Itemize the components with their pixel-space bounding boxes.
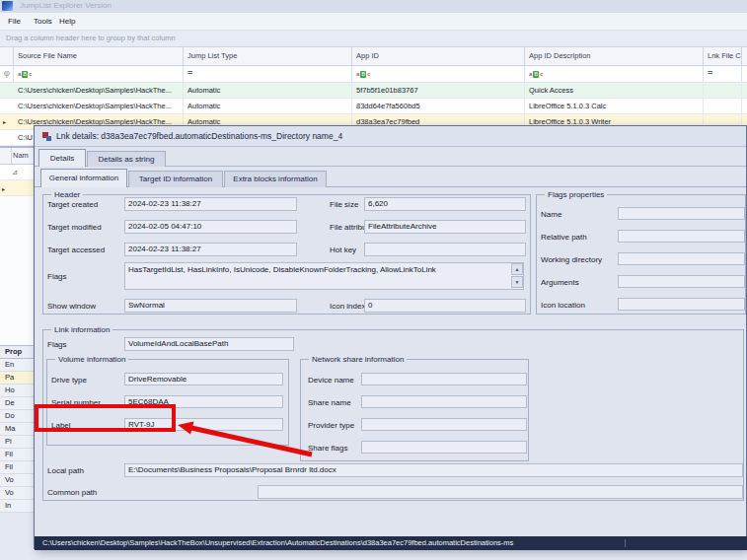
filter-equals-icon: = bbox=[708, 68, 712, 78]
field-label: Flags bbox=[47, 272, 67, 282]
field-label: Share name bbox=[308, 398, 351, 408]
filter-abc-icon: aBc bbox=[529, 70, 543, 78]
scroll-up-icon: ▲ bbox=[515, 266, 520, 272]
column-header-source-file-name[interactable]: Source File Name bbox=[14, 47, 184, 65]
icon-location-field[interactable] bbox=[618, 298, 745, 311]
main-titlebar[interactable]: JumpList Explorer Version bbox=[0, 0, 747, 13]
target-modified-field[interactable]: 2024-02-05 04:47:10 bbox=[124, 220, 297, 234]
cell-description: LibreOffice 5.1.0.3 Calc bbox=[525, 99, 704, 113]
cell-type: Automatic bbox=[184, 99, 352, 113]
header-flags-field[interactable]: HasTargetIdList, HasLinkInfo, IsUnicode,… bbox=[124, 262, 524, 290]
filter-row-indicator-cell: φ bbox=[0, 66, 14, 82]
menubar: File Tools Help bbox=[0, 13, 747, 31]
selected-row-marker-icon: ▸ bbox=[3, 118, 6, 125]
status-bar-path: C:\Users\chicken\Desktop\Samples\HackThe… bbox=[42, 537, 625, 549]
table-row[interactable]: C:\Users\chicken\Desktop\Samples\HackThe… bbox=[0, 83, 747, 99]
filter-cell-app-id[interactable]: aBc bbox=[352, 66, 525, 82]
field-label: Target modified bbox=[47, 223, 102, 233]
tab-extra-blocks-information[interactable]: Extra blocks information bbox=[224, 171, 327, 187]
group-caption: Flags properties bbox=[545, 190, 607, 199]
menu-tools[interactable]: Tools bbox=[32, 13, 54, 31]
device-name-field[interactable] bbox=[361, 373, 527, 385]
field-label: Drive type bbox=[51, 376, 87, 385]
selected-row-marker-icon: ▸ bbox=[2, 185, 5, 192]
drive-type-field[interactable]: DriveRemovable bbox=[124, 373, 283, 385]
tab-details[interactable]: Details bbox=[38, 149, 86, 167]
menu-file[interactable]: File bbox=[6, 13, 23, 31]
filter-cell-description[interactable]: aBc bbox=[525, 66, 704, 82]
cell-count bbox=[704, 83, 742, 98]
filter-abc-icon: aBc bbox=[356, 70, 370, 78]
cell-source: C:\Users\chicken\Desktop\Samples\HackThe… bbox=[14, 83, 184, 98]
field-label: Flags bbox=[47, 340, 67, 350]
name-field[interactable] bbox=[618, 207, 745, 220]
group-by-bar[interactable]: Drag a column header here to group by th… bbox=[0, 31, 747, 47]
cell-type: Automatic bbox=[184, 83, 352, 98]
group-caption: Link information bbox=[51, 325, 112, 334]
dialog-title: Lnk details: d38a3ea7ec79fbed.automaticD… bbox=[56, 126, 342, 147]
group-caption: Header bbox=[51, 190, 83, 199]
scroll-up-button[interactable]: ▲ bbox=[511, 263, 523, 275]
filter-row-pin-icon: φ bbox=[4, 68, 10, 78]
group-caption: Network share information bbox=[309, 355, 407, 364]
target-accessed-field[interactable]: 2024-02-23 11:38:27 bbox=[124, 243, 297, 256]
scroll-down-button[interactable]: ▼ bbox=[511, 276, 523, 288]
tab-details-as-string[interactable]: Details as string bbox=[87, 151, 166, 167]
group-caption: Volume information bbox=[55, 355, 128, 364]
tab-general-information[interactable]: General information bbox=[40, 169, 127, 187]
filter-cell-type[interactable]: = bbox=[184, 66, 352, 82]
column-header-lnk-file-count[interactable]: Lnk File Count bbox=[704, 47, 742, 65]
cell-source: C:\Users\chicken\Desktop\Samples\HackThe… bbox=[14, 99, 184, 113]
expander-icon[interactable]: ⊿ bbox=[12, 169, 18, 176]
hot-key-field[interactable] bbox=[364, 243, 526, 256]
filter-cell-count[interactable]: = bbox=[704, 66, 742, 82]
dialog-titlebar[interactable]: Lnk details: d38a3ea7ec79fbed.automaticD… bbox=[35, 126, 746, 147]
field-label: Provider type bbox=[308, 421, 354, 431]
field-label: Local path bbox=[47, 466, 84, 476]
field-label: Icon index bbox=[330, 302, 365, 312]
cell-description: Quick Access bbox=[525, 83, 704, 98]
local-path-field[interactable]: E:\Documents\Business Proposals\Proposal… bbox=[124, 463, 743, 477]
field-label: Device name bbox=[308, 376, 354, 385]
target-created-field[interactable]: 2024-02-23 11:38:27 bbox=[124, 197, 297, 211]
table-row[interactable]: C:\Users\chicken\Desktop\Samples\HackThe… bbox=[0, 99, 747, 114]
cell-app-id: 83dd64e7fa560bd5 bbox=[352, 99, 525, 113]
relative-path-field[interactable] bbox=[618, 230, 745, 243]
icon-index-field[interactable]: 0 bbox=[364, 299, 526, 313]
grid-header-row: Source File Name Jump List Type App ID A… bbox=[0, 47, 747, 66]
column-header-jump-list-type[interactable]: Jump List Type bbox=[184, 47, 352, 65]
file-attributes-field[interactable]: FileAttributeArchive bbox=[364, 220, 526, 234]
field-label: Hot key bbox=[330, 245, 356, 255]
provider-type-field[interactable] bbox=[361, 418, 527, 431]
filter-equals-icon: = bbox=[187, 68, 192, 78]
field-label: File size bbox=[330, 200, 358, 210]
tab-target-id-information[interactable]: Target ID information bbox=[128, 171, 223, 187]
annotation-highlight-rectangle bbox=[35, 404, 176, 432]
field-label: Relative path bbox=[541, 233, 587, 243]
field-label: Share flags bbox=[308, 444, 347, 454]
share-flags-field[interactable] bbox=[361, 441, 527, 454]
filter-abc-icon: aBc bbox=[18, 70, 32, 78]
arguments-field[interactable] bbox=[618, 275, 745, 288]
menu-help[interactable]: Help bbox=[57, 13, 77, 31]
column-header-app-id-description[interactable]: App ID Description bbox=[525, 47, 704, 65]
dialog-status-bar: C:\Users\chicken\Desktop\Samples\HackThe… bbox=[35, 536, 747, 550]
file-size-field[interactable]: 6,620 bbox=[364, 197, 526, 211]
filter-cell-source[interactable]: aBc bbox=[14, 66, 184, 82]
field-label: Arguments bbox=[541, 278, 579, 288]
working-directory-field[interactable] bbox=[618, 252, 745, 265]
common-path-field[interactable] bbox=[258, 485, 743, 499]
field-label: Show window bbox=[47, 302, 96, 312]
share-name-field[interactable] bbox=[361, 395, 527, 408]
column-header-app-id[interactable]: App ID bbox=[352, 47, 525, 65]
app-icon bbox=[2, 1, 13, 11]
field-label: Target created bbox=[47, 200, 98, 210]
field-label: Working directory bbox=[541, 255, 602, 265]
grid-filter-row: φ aBc = aBc aBc = bbox=[0, 66, 747, 83]
show-window-field[interactable]: SwNormal bbox=[124, 299, 297, 313]
cell-count bbox=[704, 99, 742, 113]
cell-app-id: 5f7b5f1e01b83767 bbox=[352, 83, 525, 98]
link-flags-field[interactable]: VolumeIdAndLocalBasePath bbox=[124, 337, 294, 351]
window-title: JumpList Explorer Version bbox=[20, 0, 112, 12]
scroll-down-icon: ▼ bbox=[515, 279, 520, 285]
